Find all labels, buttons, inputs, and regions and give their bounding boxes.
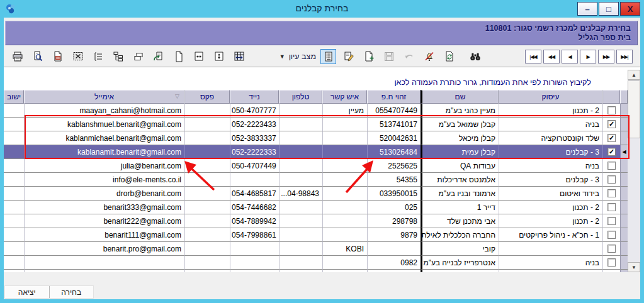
- cell-city[interactable]: [4, 145, 24, 159]
- row-checkbox[interactable]: [602, 131, 620, 145]
- table-row[interactable]: kablanamit.benarit@gmail.com 052-2222333…: [4, 145, 628, 159]
- cell-email[interactable]: julia@benarit.com: [24, 159, 184, 173]
- row-checkbox[interactable]: [602, 173, 620, 187]
- table-row[interactable]: 0982 אנטרפרייז לבנייה בע"מ בניה: [4, 256, 628, 270]
- cell-email[interactable]: benarit333@gmail.com: [24, 201, 184, 214]
- cascade-icon[interactable]: [130, 49, 146, 64]
- column-header-city[interactable]: ישוב: [4, 90, 24, 104]
- column-header-phone[interactable]: טלפון: [279, 90, 322, 104]
- cell-name[interactable]: מעיין כהני בע"מ: [421, 104, 499, 118]
- row-selector[interactable]: [620, 242, 628, 256]
- row-selector[interactable]: [620, 187, 628, 201]
- export-data-icon[interactable]: [150, 49, 166, 64]
- cell-company-id[interactable]: 513026484: [367, 145, 421, 159]
- cell-city[interactable]: [4, 104, 24, 118]
- cell-contact[interactable]: [322, 159, 367, 173]
- row-selector[interactable]: [620, 201, 628, 214]
- cell-phone[interactable]: [279, 270, 322, 272]
- cell-occupation[interactable]: [499, 270, 602, 272]
- checkbox-icon[interactable]: [607, 134, 616, 142]
- undo-icon[interactable]: [401, 49, 417, 64]
- cell-fax[interactable]: [184, 242, 230, 256]
- cell-city[interactable]: [4, 159, 24, 173]
- cell-fax[interactable]: [184, 104, 230, 118]
- fit-table-icon[interactable]: [231, 49, 247, 64]
- list-view-icon[interactable]: [90, 49, 106, 64]
- column-header-email[interactable]: אימייל▽: [24, 90, 184, 104]
- cell-mobile[interactable]: 054-7446682: [230, 201, 279, 214]
- export-excel-icon[interactable]: [70, 49, 86, 64]
- cell-fax[interactable]: [184, 214, 230, 228]
- fit-width-icon[interactable]: [191, 49, 206, 64]
- row-selector[interactable]: [620, 159, 628, 173]
- cell-occupation[interactable]: 2 - תכנון: [499, 104, 602, 118]
- cell-email[interactable]: maayan_cahani@hotmail.com: [24, 104, 184, 118]
- cell-phone[interactable]: [279, 159, 322, 173]
- minimize-button[interactable]: –: [577, 2, 597, 16]
- cell-mobile[interactable]: 050-4707777: [230, 104, 279, 118]
- cell-contact[interactable]: [322, 173, 367, 187]
- cell-phone[interactable]: [279, 118, 322, 131]
- cell-mobile[interactable]: [230, 270, 279, 272]
- table-row[interactable]: benarit111@gmail.com 054-7998861 9879 הח…: [4, 228, 628, 242]
- cell-contact[interactable]: [322, 118, 367, 131]
- cell-email[interactable]: info@ele-ments.co.il: [24, 173, 184, 187]
- table-row[interactable]: kablanshmuel.benarit@gmail.com 052-22234…: [4, 118, 628, 131]
- cell-name[interactable]: אבי מתכנן שלד: [421, 214, 499, 228]
- cell-company-id[interactable]: 2525625: [367, 159, 421, 173]
- row-checkbox[interactable]: [602, 104, 620, 118]
- cell-company-id[interactable]: 513741017: [367, 118, 421, 131]
- cell-contact[interactable]: [322, 270, 367, 272]
- row-selector[interactable]: [620, 131, 628, 145]
- cell-occupation[interactable]: בניה: [499, 256, 602, 270]
- choose-button[interactable]: בחירה: [49, 286, 94, 298]
- cell-company-id[interactable]: [367, 270, 421, 272]
- cell-occupation[interactable]: 3 - קבלנים: [499, 145, 602, 159]
- row-selector[interactable]: [620, 214, 628, 228]
- save-icon[interactable]: [381, 49, 397, 64]
- cell-mobile[interactable]: 052-2223433: [230, 118, 279, 131]
- table-row[interactable]: info@ele-ments.co.il 54355 אלמנטס אדריכל…: [4, 173, 628, 187]
- cell-fax[interactable]: [184, 131, 230, 145]
- cell-fax[interactable]: [184, 118, 230, 131]
- cell-phone[interactable]: [279, 131, 322, 145]
- vertical-scroll-thumb[interactable]: [628, 80, 640, 138]
- nav-last-button[interactable]: ▶▶|: [616, 50, 633, 63]
- cell-name[interactable]: אלמנטס אדריכלות: [421, 173, 499, 187]
- cell-fax[interactable]: [184, 173, 230, 187]
- cell-mobile[interactable]: 054-7889942: [230, 214, 279, 228]
- row-checkbox[interactable]: [602, 256, 620, 270]
- column-header-fax[interactable]: פקס: [184, 90, 230, 104]
- print-preview-icon[interactable]: [30, 49, 45, 64]
- column-header-name[interactable]: שם: [421, 90, 499, 104]
- checkbox-icon[interactable]: [607, 120, 616, 128]
- cell-contact[interactable]: [322, 201, 367, 214]
- cell-company-id[interactable]: 025: [367, 201, 421, 214]
- cell-contact[interactable]: [322, 214, 367, 228]
- table-row[interactable]: kablanmichael.benarit@gmail.com 052-3833…: [4, 131, 628, 145]
- cell-contact[interactable]: [322, 187, 367, 201]
- cell-occupation[interactable]: 2 - תכנון: [499, 201, 602, 214]
- refresh-icon[interactable]: [441, 49, 457, 64]
- cell-occupation[interactable]: 3 - קבלנים: [499, 173, 602, 187]
- export-pdf-icon[interactable]: [50, 49, 65, 64]
- cell-contact[interactable]: [322, 228, 367, 242]
- cell-email[interactable]: kablanshmuel.benarit@gmail.com: [24, 118, 184, 131]
- table-row[interactable]: benarit222@gmail.com 054-7889942 298798 …: [4, 214, 628, 228]
- checkbox-icon[interactable]: [607, 231, 616, 239]
- cell-company-id[interactable]: [367, 242, 421, 256]
- cell-mobile[interactable]: 052-3833337: [230, 131, 279, 145]
- cell-company-id[interactable]: 520042631: [367, 131, 421, 145]
- table-row[interactable]: [4, 270, 628, 272]
- nav-next-button[interactable]: ▶: [580, 50, 596, 63]
- print-icon[interactable]: [9, 49, 25, 64]
- cell-company-id[interactable]: 54355: [367, 173, 421, 187]
- cell-fax[interactable]: [184, 256, 230, 270]
- cell-phone[interactable]: [279, 201, 322, 214]
- cell-email[interactable]: drorb@benarit.com: [24, 187, 184, 201]
- cell-phone[interactable]: [279, 214, 322, 228]
- checkbox-icon[interactable]: [607, 175, 616, 184]
- cell-phone[interactable]: [279, 242, 322, 256]
- checkbox-icon[interactable]: [607, 162, 616, 170]
- cell-city[interactable]: [4, 214, 24, 228]
